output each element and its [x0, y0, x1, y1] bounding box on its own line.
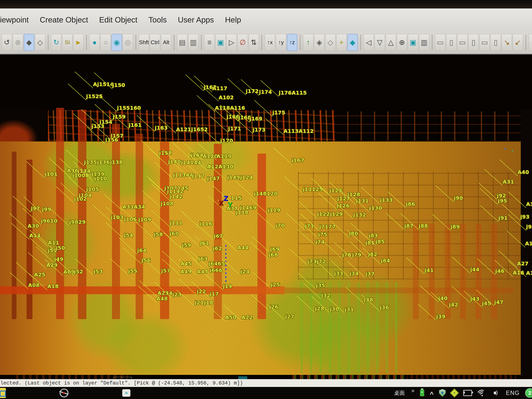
point-label[interactable]: j58 — [154, 231, 163, 237]
point-label[interactable]: j105 — [86, 186, 99, 192]
point-label[interactable]: Aj1514 — [93, 81, 114, 87]
point-label[interactable]: j133 — [380, 197, 393, 203]
point-label[interactable]: j94 — [526, 224, 532, 230]
point-label[interactable]: A44 — [237, 245, 249, 251]
point-label[interactable]: j175 — [272, 110, 285, 115]
point-label[interactable]: j83 — [369, 233, 378, 238]
db-small-icon[interactable]: ▣ — [408, 34, 418, 51]
point-label[interactable]: j55 — [128, 268, 138, 274]
slice-box-5-icon[interactable]: ▭ — [479, 34, 490, 51]
unify-cloud-icon[interactable]: ◆ — [347, 34, 358, 51]
point-label[interactable]: j92 — [497, 193, 506, 198]
point-label[interactable]: j168 — [238, 114, 251, 120]
usb-device-icon[interactable] — [420, 390, 424, 396]
point-label[interactable]: j89 — [451, 224, 460, 230]
point-label[interactable]: j47 — [494, 299, 503, 305]
point-label[interactable]: j34 — [349, 271, 359, 276]
point-label[interactable]: j69 — [270, 246, 279, 252]
point-label[interactable]: j9610 — [41, 218, 57, 224]
point-label[interactable]: A3 — [526, 201, 532, 207]
point-label[interactable]: j50 — [56, 245, 65, 251]
tray-expand-chevron-icon[interactable]: ^ — [430, 392, 434, 396]
point-label[interactable]: j131 — [356, 198, 369, 204]
point-label[interactable]: j17 — [210, 291, 219, 297]
orbit-camera-icon[interactable]: ↻ — [51, 34, 61, 51]
point-label[interactable]: j142 — [170, 193, 183, 199]
point-label[interactable]: j45 — [482, 300, 491, 306]
point-label[interactable]: j59 — [182, 242, 191, 248]
point-label[interactable]: j21j18 — [195, 300, 213, 305]
db-small-alt-icon[interactable]: ▥ — [419, 34, 429, 51]
point-label[interactable]: j44 — [470, 266, 480, 272]
layers-icon[interactable]: ≡ — [204, 34, 215, 51]
point-label[interactable]: j158 — [159, 150, 172, 156]
point-label[interactable]: j176A115 — [279, 90, 307, 96]
database-object-icon[interactable]: ▣ — [215, 34, 226, 51]
point-label[interactable]: j24 — [241, 269, 250, 274]
point-label[interactable]: j37 — [365, 271, 375, 277]
balloon-create-icon[interactable]: ● — [89, 34, 100, 51]
monitor-app-icon[interactable]: ≈ — [122, 389, 130, 397]
slice-box-3-icon[interactable]: ▭ — [457, 34, 468, 51]
point-label[interactable]: j170 — [220, 138, 233, 144]
antivirus-shield-icon[interactable] — [439, 389, 446, 397]
point-label[interactable]: A118A116 — [215, 105, 245, 111]
point-label[interactable]: j116 — [200, 221, 212, 227]
point-label[interactable]: j666 — [210, 267, 222, 273]
point-label[interactable]: j130 — [369, 205, 382, 211]
point-label[interactable]: A18 — [47, 283, 59, 289]
point-label[interactable]: j11344 — [173, 172, 193, 178]
menu-item-iewpoint[interactable]: iewpoint — [0, 15, 34, 24]
point-label[interactable]: j7177 — [319, 224, 336, 230]
point-label[interactable]: j110 — [94, 176, 107, 181]
pointer-icon[interactable]: ◁ — [363, 34, 374, 51]
point-label[interactable]: j63 — [198, 256, 208, 262]
point-label[interactable]: j57 — [161, 268, 171, 274]
no-clip-icon[interactable]: ∅ — [237, 34, 248, 51]
point-label[interactable]: j171 — [228, 126, 241, 132]
tray-badge-icon[interactable]: 2 — [525, 388, 532, 398]
point-label[interactable]: j71 — [305, 223, 314, 229]
point-label[interactable]: j135j136j138 — [84, 159, 123, 165]
balloon-image-icon[interactable]: ◉ — [112, 34, 122, 51]
slice-box-1-icon[interactable]: ▭ — [435, 34, 445, 51]
ctrl-button[interactable]: Ctrl — [150, 34, 160, 51]
point-label[interactable]: A113A112 — [284, 128, 314, 134]
view-cube-wire-icon[interactable]: ◇ — [35, 34, 45, 51]
point-label[interactable]: A119 — [216, 153, 232, 159]
point-label[interactable]: A40 — [518, 169, 529, 175]
point-label[interactable]: j62 — [213, 246, 222, 251]
point-label[interactable]: A30 — [28, 223, 39, 229]
security-diamond-icon[interactable] — [450, 388, 459, 398]
menu-item-create-object[interactable]: Create Object — [34, 15, 94, 24]
database-cursor-icon[interactable]: ▷ — [226, 34, 237, 51]
point-label[interactable]: j85 — [375, 239, 385, 245]
point-label[interactable]: j149j124 — [227, 174, 253, 180]
point-label[interactable]: j67 — [214, 233, 223, 239]
point-label[interactable]: j93 — [520, 214, 530, 220]
point-label[interactable]: j122j129 — [317, 211, 343, 217]
deselect-burst-icon[interactable]: ⊗ — [13, 34, 23, 51]
copy-fence-icon[interactable]: ◇ — [325, 34, 336, 51]
point-label[interactable]: j84 — [381, 258, 390, 264]
point-label[interactable]: j1142 — [167, 188, 184, 194]
point-label[interactable]: j127 — [337, 196, 350, 202]
point-label[interactable]: A33A34 — [122, 204, 145, 210]
point-label[interactable]: j174 — [259, 89, 272, 95]
point-label[interactable]: A08 — [28, 282, 40, 288]
point-label[interactable]: j32 — [321, 292, 330, 298]
point-label[interactable]: A48 — [157, 296, 168, 302]
point-label[interactable]: j88 — [419, 223, 428, 229]
point-label[interactable]: A16 — [513, 270, 524, 276]
wifi-icon[interactable] — [478, 390, 486, 396]
point-label[interactable]: j102 — [74, 196, 87, 202]
menu-item-help[interactable]: Help — [220, 15, 247, 24]
up-z-button[interactable]: ↑z — [287, 34, 297, 51]
point-label[interactable]: j42 — [449, 302, 458, 308]
balloon-locked-icon[interactable]: ◎ — [123, 34, 133, 51]
point-label[interactable]: j155160 — [117, 105, 141, 111]
balloon-wire-icon[interactable]: ○ — [100, 34, 111, 51]
point-label[interactable]: j161 — [129, 122, 142, 128]
alt-button[interactable]: Alt — [161, 34, 171, 51]
point-label[interactable]: A234 — [158, 290, 173, 296]
